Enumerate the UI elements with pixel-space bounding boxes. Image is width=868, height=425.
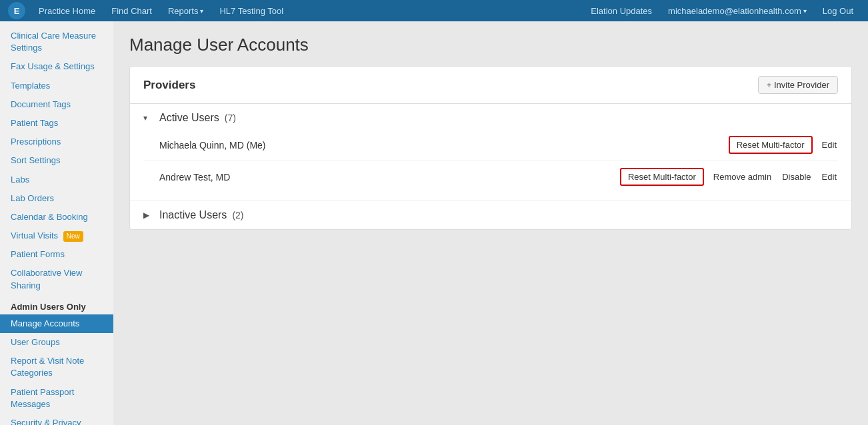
sidebar-item-manage-accounts[interactable]: Manage Accounts (0, 314, 113, 333)
active-users-header: ▾ Active Users (7) (143, 112, 838, 124)
sidebar-item-user-groups[interactable]: User Groups (0, 333, 113, 352)
sidebar-item-clinical-care[interactable]: Clinical Care Measure Settings (0, 27, 113, 57)
user-name: Andrew Test, MD (159, 172, 620, 183)
table-row: Michaela Quinn, MD (Me) Reset Multi-fact… (143, 129, 838, 161)
nav-practice-home[interactable]: Practice Home (32, 0, 102, 21)
chevron-down-icon: ▾ (803, 7, 807, 15)
sidebar-item-lab-orders[interactable]: Lab Orders (0, 189, 113, 208)
active-users-count: (7) (225, 113, 236, 123)
sidebar-item-patient-passport[interactable]: Patient Passport Messages (0, 383, 113, 414)
inactive-users-header: ▶ Inactive Users (2) (143, 209, 838, 221)
sidebar-item-fax[interactable]: Fax Usage & Settings (0, 57, 113, 76)
sidebar-item-labs[interactable]: Labs (0, 171, 113, 189)
nav-reports[interactable]: Reports ▾ (161, 0, 211, 21)
reset-multifactor-button[interactable]: Reset Multi-factor (729, 136, 813, 154)
chevron-down-icon: ▾ (200, 7, 203, 15)
topnav-right: Elation Updates michaelademo@elationheal… (584, 0, 860, 21)
table-row: Andrew Test, MD Reset Multi-factor Remov… (143, 161, 838, 193)
app-logo: E (8, 2, 25, 19)
sidebar-item-patient-tags[interactable]: Patient Tags (0, 114, 113, 133)
chevron-right-icon[interactable]: ▶ (143, 211, 154, 220)
new-badge: New (63, 231, 83, 242)
nav-find-chart[interactable]: Find Chart (105, 0, 159, 21)
sidebar-item-prescriptions[interactable]: Prescriptions (0, 133, 113, 151)
nav-hl7[interactable]: HL7 Testing Tool (213, 0, 290, 21)
inactive-users-count: (2) (232, 210, 243, 220)
main-content: Manage User Accounts Providers + Invite … (113, 21, 868, 425)
sidebar: Clinical Care Measure Settings Fax Usage… (0, 21, 113, 425)
card-header: Providers + Invite Provider (130, 67, 851, 104)
user-actions: Reset Multi-factor Remove admin Disable … (620, 168, 838, 186)
sidebar-item-templates[interactable]: Templates (0, 77, 113, 95)
sidebar-item-sort-settings[interactable]: Sort Settings (0, 151, 113, 170)
inactive-users-section: ▶ Inactive Users (2) (130, 201, 851, 229)
admin-section-label: Admin Users Only (0, 295, 113, 314)
nav-elation-updates[interactable]: Elation Updates (584, 0, 659, 21)
sidebar-item-report-categories[interactable]: Report & Visit Note Categories (0, 352, 113, 382)
inactive-users-title: Inactive Users (159, 209, 227, 221)
sidebar-item-security-privacy[interactable]: Security & Privacy (0, 414, 113, 425)
sidebar-item-document-tags[interactable]: Document Tags (0, 95, 113, 114)
sidebar-item-virtual-visits[interactable]: Virtual Visits New (0, 226, 113, 245)
invite-provider-button[interactable]: + Invite Provider (758, 76, 838, 94)
disable-button[interactable]: Disable (781, 169, 812, 185)
edit-button[interactable]: Edit (821, 137, 838, 153)
layout: Clinical Care Measure Settings Fax Usage… (0, 21, 868, 425)
chevron-down-icon[interactable]: ▾ (143, 113, 154, 123)
user-actions: Reset Multi-factor Edit (729, 136, 838, 154)
card-header-title: Providers (143, 79, 195, 92)
user-name: Michaela Quinn, MD (Me) (159, 140, 729, 151)
page-title: Manage User Accounts (129, 35, 852, 55)
topnav: E Practice Home Find Chart Reports ▾ HL7… (0, 0, 868, 21)
nav-logout[interactable]: Log Out (816, 0, 860, 21)
sidebar-item-patient-forms[interactable]: Patient Forms (0, 245, 113, 264)
edit-button[interactable]: Edit (821, 169, 838, 185)
sidebar-item-collab-view[interactable]: Collaborative View Sharing (0, 264, 113, 294)
active-users-section: ▾ Active Users (7) Michaela Quinn, MD (M… (130, 104, 851, 201)
reset-multifactor-button[interactable]: Reset Multi-factor (620, 168, 704, 186)
active-users-title: Active Users (159, 112, 219, 124)
remove-admin-button[interactable]: Remove admin (712, 169, 773, 185)
nav-user-account[interactable]: michaelademo@elationhealth.com ▾ (661, 0, 813, 21)
sidebar-item-calendar[interactable]: Calendar & Booking (0, 208, 113, 226)
providers-card: Providers + Invite Provider ▾ Active Use… (129, 66, 852, 230)
